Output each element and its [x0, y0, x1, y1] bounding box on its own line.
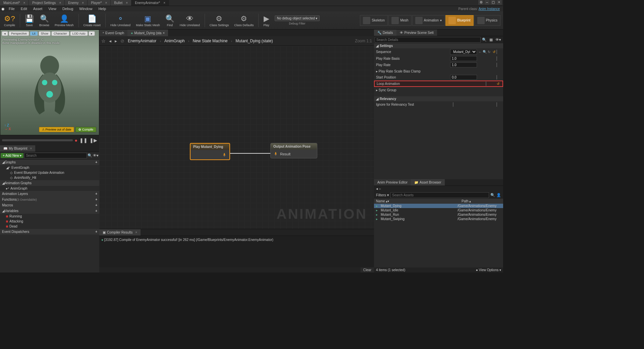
tab-bullet[interactable]: Bullet×	[111, 0, 131, 6]
class-defaults-button[interactable]: ⚙Class Defaults	[231, 13, 256, 28]
asset-browser-tab[interactable]: 📁Asset Browser	[411, 179, 444, 186]
section-dispatchers[interactable]: Event Dispatchers+	[0, 229, 99, 235]
graph-tab-eventgraph[interactable]: ᵊEvent Graph	[99, 30, 127, 36]
preview-mesh-button[interactable]: 👤Preview Mesh	[52, 13, 76, 28]
asset-row[interactable]: ▸Mutant_Idle/Game/Animations/Enemy	[374, 208, 503, 212]
save-button[interactable]: 💾Save	[22, 13, 37, 28]
plus-icon[interactable]: +	[95, 160, 97, 164]
search-icon[interactable]: 🔍	[481, 37, 488, 43]
asset-search[interactable]	[390, 192, 489, 198]
preview-scene-tab[interactable]: 👁Preview Scene Sett	[396, 30, 437, 36]
asset-row[interactable]: ▸Mutant_Run/Game/Animations/Enemy	[374, 212, 503, 217]
hide-unrelated-button-2[interactable]: 👁Hide Unrelated	[177, 13, 203, 28]
asset-row[interactable]: ▸Mutant_Dying/Game/Animations/Enemy	[374, 204, 503, 208]
close-icon[interactable]: ×	[135, 231, 137, 234]
close-icon[interactable]: ×	[23, 1, 25, 5]
graph-event-bp-update[interactable]: ◇ Event Blueprint Update Animation	[0, 170, 99, 175]
preview-viewport[interactable]: ◂ Perspective Lit Show Character LOD Aut…	[0, 30, 99, 135]
close-button[interactable]: ×	[496, 0, 502, 5]
compile-button[interactable]: ⚙?Compile	[1, 13, 18, 28]
debug-object-dropdown[interactable]: No debug object selected ▾	[275, 15, 320, 21]
back-button[interactable]: ◂	[376, 187, 378, 191]
vp-prev-button[interactable]: ◂	[2, 31, 8, 36]
tab-mainlevel[interactable]: MainLevel*×	[0, 0, 29, 6]
clear-button[interactable]: Clear	[361, 267, 374, 272]
close-icon[interactable]: ×	[126, 1, 128, 5]
graph-canvas[interactable]: Play Mutant_Dying 🧍 Output Animation Pos…	[99, 46, 374, 229]
bc-state-machine[interactable]: New State Machine	[193, 39, 227, 43]
search-icon[interactable]: 🔍	[88, 153, 92, 158]
close-icon[interactable]: ×	[59, 1, 61, 5]
mode-blueprint[interactable]: Blueprint	[445, 15, 473, 26]
var-dead[interactable]: Dead	[0, 224, 99, 229]
back-button[interactable]: ◂	[109, 38, 111, 44]
preview-out-of-date-badge[interactable]: ⚠ Preview out of date	[39, 127, 74, 132]
col-path[interactable]: Path ▴	[460, 199, 503, 204]
step-button[interactable]: ❚▶	[90, 138, 97, 143]
debug-selector[interactable]: No debug object selected ▾ Debug Filter	[275, 15, 320, 25]
compiler-results-tab[interactable]: ▣Compiler Results×	[99, 229, 141, 236]
tab-project-settings[interactable]: Project Settings×	[29, 0, 65, 6]
reset-icon[interactable]: ↺	[496, 82, 500, 86]
sequence-dropdown[interactable]: Mutant_Dying	[450, 49, 477, 55]
play-button[interactable]: ▶Play	[261, 13, 272, 28]
settings-icon[interactable]: ⚙	[478, 0, 484, 5]
vp-character-button[interactable]: Character	[51, 31, 69, 36]
pin-checkbox[interactable]	[496, 56, 497, 61]
close-icon[interactable]: ×	[30, 147, 32, 150]
plus-icon[interactable]: +	[95, 198, 97, 201]
view-options-button[interactable]: ● View Options ▾	[476, 268, 501, 272]
mode-physics[interactable]: Physics	[474, 15, 500, 26]
tab-enemyanimator[interactable]: EnemyAnimator*×	[131, 0, 169, 6]
section-variables[interactable]: ◢Variables+	[0, 208, 99, 214]
compile-badge-button[interactable]: ✿ Compile	[75, 127, 96, 132]
add-new-button[interactable]: + Add New ▾	[1, 153, 23, 158]
close-icon[interactable]: ×	[105, 1, 107, 5]
menu-edit[interactable]: Edit	[18, 7, 30, 11]
graph-eventgraph[interactable]: ◢ᵊ EventGraph	[0, 165, 99, 170]
tab-enemy[interactable]: Enemy×	[65, 0, 88, 6]
result-pin[interactable]: Result	[280, 152, 290, 156]
section-graphs[interactable]: ◢Graphs+	[0, 159, 99, 165]
tab-player[interactable]: Player*×	[88, 0, 111, 6]
forward-button[interactable]: ▸	[379, 187, 381, 191]
menu-file[interactable]: File	[6, 7, 17, 11]
create-asset-button[interactable]: 📄Create Asset	[81, 13, 104, 28]
section-settings[interactable]: ◢ Settings	[374, 43, 503, 48]
ignore-relevancy-checkbox[interactable]	[453, 102, 453, 107]
reset-icon[interactable]: ↺	[492, 50, 496, 54]
node-play-mutant-dying[interactable]: Play Mutant_Dying 🧍	[190, 143, 230, 160]
plus-icon[interactable]: +	[95, 230, 97, 234]
pause-button[interactable]: ❚❚	[79, 138, 88, 143]
bc-mutant-dying[interactable]: Mutant_Dying (state)	[235, 39, 273, 43]
col-name[interactable]: Name ▴▾	[374, 199, 460, 204]
menu-debug[interactable]: Debug	[60, 7, 76, 11]
details-tab[interactable]: 🔧Details	[374, 30, 396, 36]
bc-animgraph[interactable]: AnimGraph	[164, 39, 185, 43]
loop-animation-checkbox[interactable]	[486, 82, 486, 86]
mode-skeleton[interactable]: Skeleton	[360, 15, 388, 26]
mode-mesh[interactable]: Mesh	[388, 15, 411, 26]
favorite-icon[interactable]: ☆	[101, 38, 106, 44]
play-rate-basis-input[interactable]	[450, 56, 477, 61]
plus-icon[interactable]: +	[95, 192, 97, 196]
graph-tab-mutant-dying[interactable]: ●Mutant_Dying (sta×	[127, 30, 168, 36]
find-button[interactable]: 🔍Find	[163, 13, 177, 28]
close-icon[interactable]: ×	[82, 1, 84, 5]
timeline-track[interactable]	[2, 139, 73, 141]
minimize-button[interactable]: –	[484, 0, 490, 5]
var-running[interactable]: Running	[0, 214, 99, 219]
graph-animnotify-hit[interactable]: ◇ AnimNotify_Hit	[0, 175, 99, 180]
section-anim-graphs[interactable]: ◢Animation Graphs	[0, 180, 99, 186]
anim-preview-tab[interactable]: Anim Preview Editor	[374, 179, 411, 186]
record-button[interactable]: ●	[75, 138, 77, 143]
timeline[interactable]: ● ❚❚ ❚▶	[0, 135, 99, 145]
vp-show-button[interactable]: Show	[39, 31, 51, 36]
maximize-button[interactable]: ▢	[490, 0, 496, 5]
parent-class-link[interactable]: Anim Instance	[479, 7, 500, 11]
hide-unrelated-button[interactable]: ⚬Hide Unrelated	[108, 13, 133, 28]
class-settings-button[interactable]: ⚙Class Settings	[207, 13, 232, 28]
start-position-input[interactable]	[450, 75, 477, 80]
search-icon[interactable]: 🔍	[490, 193, 495, 197]
filters-dropdown[interactable]: Filters ▾	[376, 193, 389, 197]
